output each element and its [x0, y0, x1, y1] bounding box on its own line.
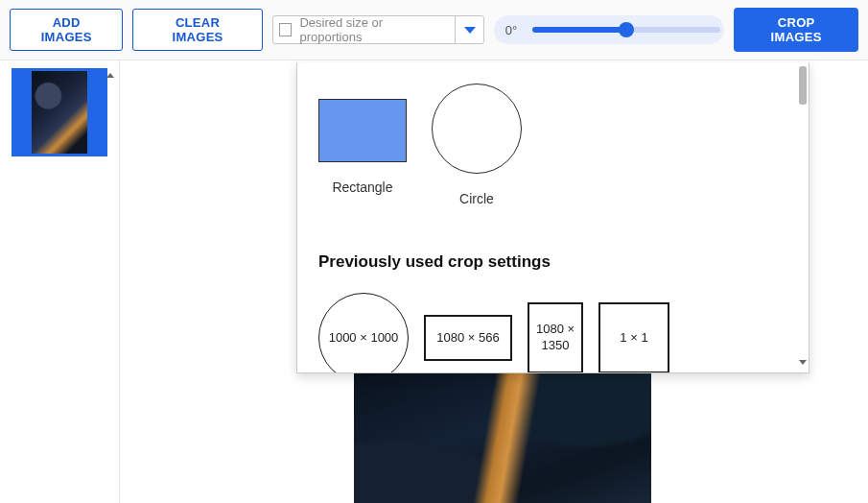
- clear-images-button[interactable]: CLEAR IMAGES: [132, 9, 262, 51]
- crop-preview-image[interactable]: [354, 373, 651, 503]
- size-dropdown-toggle[interactable]: [455, 16, 482, 43]
- rectangle-icon: [318, 99, 407, 162]
- chevron-down-icon: [464, 27, 476, 34]
- size-dropdown-placeholder: Desired size or proportions: [299, 15, 445, 44]
- size-dropdown-panel: Rectangle Circle Previously used crop se…: [296, 62, 809, 373]
- presets-section-title: Previously used crop settings: [318, 252, 787, 272]
- presets-row: 1000 × 1000 1080 × 566 1080 × 1350 1 × 1: [318, 293, 787, 373]
- circle-label: Circle: [459, 191, 494, 206]
- toolbar: ADD IMAGES CLEAR IMAGES Desired size or …: [0, 0, 868, 60]
- shape-option-rectangle[interactable]: Rectangle: [318, 99, 407, 206]
- rotation-slider-container: 0°: [494, 15, 725, 44]
- image-sidebar: [0, 60, 120, 503]
- preset-1000x1000[interactable]: 1000 × 1000: [318, 293, 409, 373]
- crop-canvas-area: Rectangle Circle Previously used crop se…: [120, 60, 868, 503]
- preset-1x1[interactable]: 1 × 1: [598, 302, 669, 373]
- circle-icon: [432, 84, 522, 174]
- image-thumbnail-content: [32, 71, 87, 154]
- rectangle-label: Rectangle: [332, 180, 392, 195]
- content-area: Rectangle Circle Previously used crop se…: [0, 60, 868, 503]
- size-dropdown[interactable]: Desired size or proportions: [272, 15, 484, 44]
- lock-proportions-checkbox[interactable]: [279, 23, 293, 36]
- image-thumbnail[interactable]: [12, 68, 107, 156]
- rotation-slider[interactable]: [532, 27, 721, 33]
- rotation-slider-thumb[interactable]: [619, 22, 634, 37]
- preset-1080x566[interactable]: 1080 × 566: [424, 315, 512, 361]
- rotation-value: 0°: [505, 23, 527, 37]
- preset-1080x1350[interactable]: 1080 × 1350: [528, 302, 583, 373]
- panel-scrollbar[interactable]: [799, 66, 807, 363]
- shapes-row: Rectangle Circle: [318, 84, 787, 206]
- scroll-up-icon[interactable]: [106, 70, 115, 80]
- size-dropdown-display: Desired size or proportions: [273, 16, 456, 43]
- shape-option-circle[interactable]: Circle: [432, 84, 522, 206]
- add-images-button[interactable]: ADD IMAGES: [10, 9, 123, 51]
- crop-images-button[interactable]: CROP IMAGES: [734, 8, 858, 52]
